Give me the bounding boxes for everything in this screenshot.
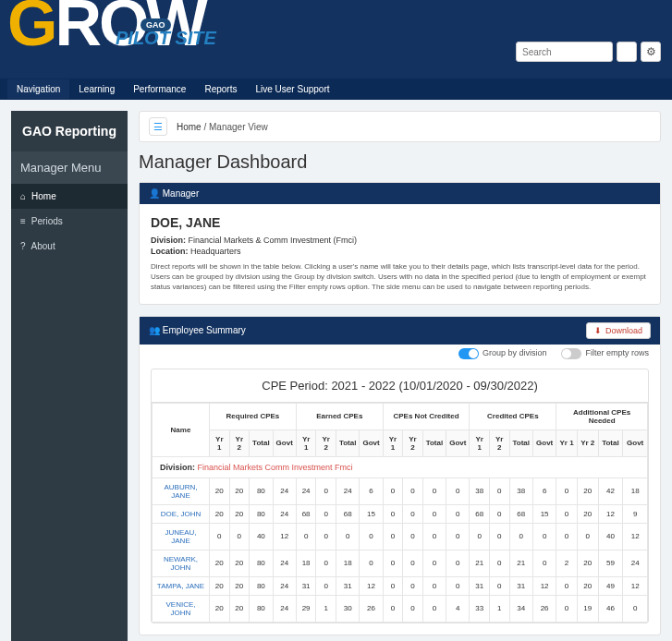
employee-link[interactable]: JUNEAU, JANE <box>153 523 210 550</box>
col-sub[interactable]: Yr 2 <box>489 429 509 456</box>
nav-navigation[interactable]: Navigation <box>7 79 69 99</box>
col-group[interactable]: Required CPEs <box>210 403 297 429</box>
cell: 40 <box>250 523 274 550</box>
sidebar-item-home[interactable]: ⌂ Home <box>11 184 128 209</box>
table-row: TAMPA, JANE20208024310311200003103112020… <box>153 576 648 595</box>
download-icon: ⬇ <box>594 326 602 335</box>
cell: 21 <box>470 550 490 576</box>
cell: 31 <box>470 576 490 595</box>
employee-link[interactable]: NEWARK, JOHN <box>153 550 210 576</box>
col-group[interactable]: Credited CPEs <box>470 403 556 429</box>
col-sub[interactable]: Total <box>509 429 533 456</box>
cell: 0 <box>422 478 446 504</box>
col-sub[interactable]: Yr 2 <box>229 429 250 456</box>
cell: 26 <box>360 595 383 622</box>
cell: 18 <box>296 550 316 576</box>
col-sub[interactable]: Govt <box>533 429 556 456</box>
cell: 12 <box>598 504 623 523</box>
cell: 68 <box>509 504 533 523</box>
employee-link[interactable]: TAMPA, JANE <box>153 576 210 595</box>
nav-performance[interactable]: Performance <box>124 79 195 99</box>
breadcrumb-current: Manager View <box>209 122 268 132</box>
nav-live-user-support[interactable]: Live User Support <box>246 79 338 99</box>
cell: 0 <box>533 523 556 550</box>
cell: 6 <box>533 478 556 504</box>
col-sub[interactable]: Yr 2 <box>403 429 423 456</box>
col-sub[interactable]: Total <box>250 429 274 456</box>
col-group[interactable]: Additional CPEs Needed <box>556 403 648 429</box>
col-sub[interactable]: Total <box>422 429 446 456</box>
cell: 0 <box>403 523 423 550</box>
cell: 0 <box>446 550 470 576</box>
col-sub[interactable]: Govt <box>623 429 648 456</box>
cell: 0 <box>383 504 403 523</box>
employee-link[interactable]: AUBURN, JANE <box>153 478 210 504</box>
cell: 31 <box>336 576 360 595</box>
cell: 0 <box>383 478 403 504</box>
cell: 20 <box>210 576 230 595</box>
employee-link[interactable]: VENICE, JOHN <box>153 595 210 622</box>
cell: 0 <box>556 523 578 550</box>
cell: 18 <box>623 478 648 504</box>
cell: 0 <box>556 504 578 523</box>
cell: 24 <box>623 550 648 576</box>
employee-panel-header: 👥 Employee Summary ⬇ Download <box>140 317 660 345</box>
sidebar-item-periods[interactable]: ≡ Periods <box>11 209 128 234</box>
toggle-sidebar-button[interactable]: ☰ <box>149 117 167 136</box>
nav-learning[interactable]: Learning <box>69 79 124 99</box>
col-group[interactable]: Earned CPEs <box>296 403 383 429</box>
cell: 0 <box>383 550 403 576</box>
col-name[interactable]: Name <box>153 403 210 456</box>
cell: 0 <box>470 523 490 550</box>
cell: 0 <box>422 576 446 595</box>
cell: 20 <box>577 504 598 523</box>
col-sub[interactable]: Yr 1 <box>210 429 230 456</box>
filter-empty-rows-toggle[interactable]: Filter empty rows <box>561 348 649 359</box>
cpe-period: CPE Period: 2021 - 2022 (10/01/2020 - 09… <box>152 369 648 403</box>
cell: 0 <box>360 523 383 550</box>
cell: 0 <box>556 595 578 622</box>
col-sub[interactable]: Govt <box>273 429 296 456</box>
col-sub[interactable]: Yr 1 <box>296 429 316 456</box>
col-sub[interactable]: Total <box>598 429 623 456</box>
cell: 0 <box>509 523 533 550</box>
col-group[interactable]: CPEs Not Credited <box>383 403 470 429</box>
employee-table: NameRequired CPEsEarned CPEsCPEs Not Cre… <box>152 403 648 623</box>
cell: 0 <box>296 523 316 550</box>
division-row: Division: Financial Markets Comm Investm… <box>153 456 648 478</box>
download-button[interactable]: ⬇ Download <box>586 322 651 339</box>
breadcrumb-home[interactable]: Home <box>177 122 202 132</box>
employee-link[interactable]: DOE, JOHN <box>153 504 210 523</box>
cell: 0 <box>336 523 360 550</box>
col-sub[interactable]: Govt <box>360 429 383 456</box>
notifications-button[interactable] <box>617 42 637 62</box>
manager-help-text: Direct reports will be shown in the tabl… <box>151 261 649 293</box>
cell: 15 <box>533 504 556 523</box>
cell: 0 <box>422 523 446 550</box>
col-sub[interactable]: Total <box>336 429 360 456</box>
search-input[interactable] <box>516 42 613 62</box>
cell: 0 <box>489 576 509 595</box>
cell: 0 <box>446 504 470 523</box>
col-sub[interactable]: Yr 2 <box>577 429 598 456</box>
cell: 15 <box>360 504 383 523</box>
manager-division: Division: Financial Markets & Comm Inves… <box>151 236 649 245</box>
col-sub[interactable]: Yr 1 <box>556 429 578 456</box>
col-sub[interactable]: Yr 1 <box>383 429 403 456</box>
settings-button[interactable]: ⚙ <box>641 42 661 62</box>
cell: 49 <box>598 576 623 595</box>
col-sub[interactable]: Yr 2 <box>316 429 336 456</box>
col-sub[interactable]: Yr 1 <box>470 429 490 456</box>
manager-panel-header: 👤 Manager <box>140 183 660 204</box>
cell: 80 <box>250 550 274 576</box>
banner: GROW GAO PILOT SITE ⚙ <box>0 0 672 79</box>
cell: 40 <box>598 523 623 550</box>
cell: 68 <box>336 504 360 523</box>
cell: 0 <box>403 504 423 523</box>
nav-reports[interactable]: Reports <box>195 79 246 99</box>
col-sub[interactable]: Govt <box>446 429 470 456</box>
cell: 0 <box>316 504 336 523</box>
page-title: Manager Dashboard <box>139 151 661 173</box>
sidebar-item-about[interactable]: ? About <box>11 234 128 259</box>
group-by-division-toggle[interactable]: Group by division <box>458 348 547 359</box>
